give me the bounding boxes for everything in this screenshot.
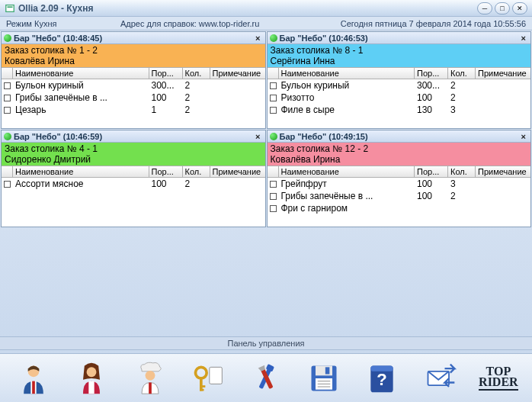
order-panel: Бар "Небо" (10:46:53)×Заказ столика № 8 …	[267, 31, 532, 129]
col-portion[interactable]: Пор...	[149, 166, 183, 177]
order-line1: Заказ столика № 1 - 2	[5, 45, 262, 56]
col-qty[interactable]: Кол.	[448, 68, 476, 79]
checkbox-icon[interactable]	[270, 193, 277, 200]
chef-button[interactable]	[132, 360, 168, 397]
col-name[interactable]: Наименование	[279, 166, 415, 177]
cell-qty	[448, 203, 476, 214]
table-row[interactable]: Бульон куриный300...2	[268, 79, 531, 92]
panel-titlebar: Бар "Небо" (10:46:53)×	[268, 32, 531, 44]
svg-rect-8	[149, 382, 152, 394]
cell-note	[210, 92, 265, 103]
cell-name: Фри с гарниром	[279, 203, 415, 214]
checkbox-icon[interactable]	[4, 181, 11, 188]
table-row[interactable]: Грибы запечёные в ...1002	[2, 92, 265, 104]
cell-qty: 2	[448, 92, 476, 103]
order-panel: Бар "Небо" (10:46:59)×Заказ столика № 4 …	[1, 130, 266, 227]
col-name[interactable]: Наименование	[13, 68, 149, 79]
table-row[interactable]: Ассорти мясное1002	[2, 178, 265, 190]
logo-button[interactable]: TOPRIDER	[480, 360, 517, 397]
svg-point-7	[145, 370, 155, 380]
globe-icon	[270, 133, 277, 140]
col-note[interactable]: Примечание	[210, 68, 265, 79]
table-header: НаименованиеПор...Кол.Примечание	[2, 166, 265, 178]
date-label: Сегодня пятница 7 февраля 2014 года 10:5…	[341, 19, 526, 28]
settings-button[interactable]	[248, 360, 284, 397]
cell-qty: 2	[448, 191, 476, 201]
globe-icon	[4, 133, 11, 140]
col-name[interactable]: Наименование	[13, 166, 149, 177]
globe-icon	[4, 34, 11, 42]
col-note[interactable]: Примечание	[476, 68, 530, 79]
table-row[interactable]: Грейпфрут1003	[268, 178, 531, 190]
svg-rect-12	[200, 385, 205, 388]
control-panel-label: Панель управления	[0, 336, 532, 350]
panel-close-icon[interactable]: ×	[253, 34, 262, 43]
col-qty[interactable]: Кол.	[183, 68, 210, 79]
table-row[interactable]: Ризотто1002	[268, 92, 531, 104]
cell-portion	[415, 203, 448, 214]
col-portion[interactable]: Пор...	[415, 166, 448, 177]
cell-name: Ризотто	[279, 92, 415, 103]
order-line2: Ковалёва Ирина	[271, 154, 528, 165]
table-row[interactable]: Грибы запечёные в ...1002	[268, 190, 531, 202]
cell-name: Бульон куриный	[279, 80, 415, 91]
minimize-button[interactable]: ─	[477, 2, 492, 14]
order-panel: Бар "Небо" (10:49:15)×Заказ столика № 12…	[267, 130, 532, 227]
cell-name: Цезарь	[13, 105, 149, 115]
order-header: Заказ столика № 8 - 1Серёгина Инна	[268, 44, 531, 67]
table-row[interactable]: Цезарь12	[2, 104, 265, 116]
order-line1: Заказ столика № 12 - 2	[271, 143, 528, 154]
checkbox-icon[interactable]	[4, 107, 11, 114]
infobar: Режим Кухня Адрес для справок: www.top-r…	[0, 17, 532, 31]
panel-title-text: Бар "Небо" (10:49:15)	[280, 132, 519, 141]
col-portion[interactable]: Пор...	[149, 68, 183, 79]
cell-portion: 300...	[149, 80, 183, 91]
url-label: Адрес для справок: www.top-rider.ru	[120, 19, 341, 28]
svg-rect-4	[32, 381, 35, 394]
col-qty[interactable]: Кол.	[183, 166, 210, 177]
checkbox-icon[interactable]	[270, 181, 277, 188]
checkbox-icon[interactable]	[270, 205, 277, 212]
user-male-button[interactable]	[15, 360, 52, 397]
panel-close-icon[interactable]: ×	[519, 34, 528, 43]
mode-label: Режим Кухня	[6, 19, 120, 28]
cell-name: Грибы запечёные в ...	[279, 191, 415, 201]
cell-qty: 2	[183, 105, 210, 115]
table-header: НаименованиеПор...Кол.Примечание	[2, 67, 265, 79]
cell-qty: 3	[448, 105, 476, 115]
checkbox-icon[interactable]	[270, 107, 277, 114]
cell-name: Филе в сыре	[279, 105, 415, 115]
checkbox-icon[interactable]	[270, 95, 277, 101]
close-button[interactable]: ✕	[512, 2, 527, 14]
checkbox-icon[interactable]	[270, 82, 277, 89]
panel-close-icon[interactable]: ×	[519, 132, 528, 141]
panel-close-icon[interactable]: ×	[253, 132, 262, 141]
key-button[interactable]	[190, 360, 226, 397]
col-note[interactable]: Примечание	[210, 166, 265, 177]
panel-title-text: Бар "Небо" (10:46:53)	[280, 34, 519, 43]
checkbox-icon[interactable]	[4, 82, 11, 89]
panels-grid: Бар "Небо" (10:48:45)×Заказ столика № 1 …	[0, 31, 532, 228]
maximize-button[interactable]: □	[495, 2, 510, 14]
col-note[interactable]: Примечание	[476, 166, 530, 177]
col-name[interactable]: Наименование	[279, 68, 415, 79]
table-header: НаименованиеПор...Кол.Примечание	[268, 67, 531, 79]
table-row[interactable]: Филе в сыре1303	[268, 104, 531, 116]
col-qty[interactable]: Кол.	[448, 166, 476, 177]
svg-rect-19	[325, 367, 330, 374]
cell-qty: 2	[183, 178, 210, 189]
checkbox-icon[interactable]	[4, 95, 11, 101]
cell-portion: 100	[149, 178, 183, 189]
table-body: Грейпфрут1003Грибы запечёные в ...1002Фр…	[268, 178, 531, 227]
help-button[interactable]: ?	[364, 360, 400, 397]
svg-point-5	[87, 367, 97, 377]
cell-qty: 3	[448, 178, 476, 189]
save-button[interactable]	[306, 360, 342, 397]
panel-titlebar: Бар "Небо" (10:46:59)×	[2, 130, 265, 143]
table-row[interactable]: Фри с гарниром	[268, 202, 531, 214]
table-row[interactable]: Бульон куриный300...2	[2, 79, 265, 92]
cell-qty: 2	[448, 80, 476, 91]
col-portion[interactable]: Пор...	[415, 68, 448, 79]
mail-button[interactable]	[422, 360, 459, 397]
user-female-button[interactable]	[73, 360, 110, 397]
